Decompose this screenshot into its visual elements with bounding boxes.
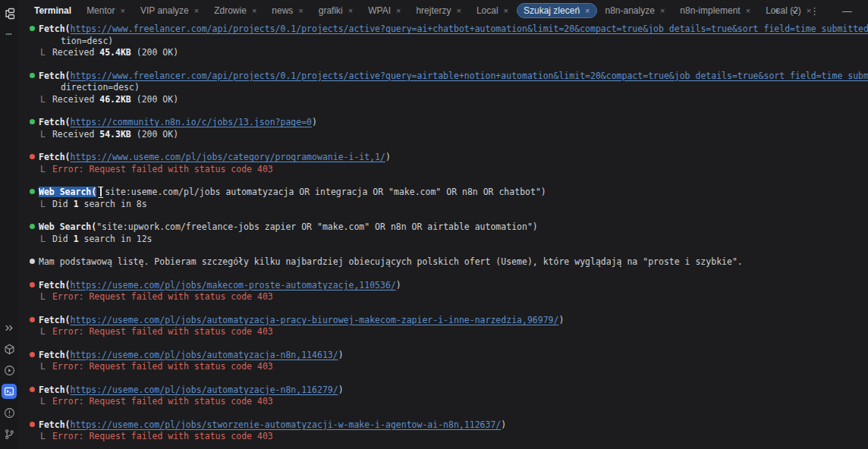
play-circle-icon[interactable] (2, 363, 17, 378)
status-dot (30, 224, 35, 229)
log-text: 1 (74, 234, 79, 244)
log-text: (200 OK) (131, 94, 178, 105)
alert-circle-icon[interactable] (2, 405, 17, 420)
workflow-icon[interactable] (2, 6, 17, 21)
chevrons-right-icon[interactable] (2, 320, 17, 335)
log-text: Fetch( (39, 419, 71, 430)
log-text: (200 OK) (131, 47, 178, 58)
log-line: Fetch(https://useme.com/pl/jobs/automaty… (18, 350, 868, 362)
kebab-menu-icon[interactable]: ⋮ (804, 5, 825, 17)
sub-result-prefix: L (40, 94, 46, 105)
log-line: tion=desc) (18, 36, 868, 48)
log-line: LError: Request failed with status code … (18, 326, 868, 338)
more-icon[interactable]: ⋯ (2, 26, 17, 41)
git-branch-icon[interactable] (2, 426, 17, 441)
activity-rail: ⋯ (0, 0, 18, 449)
log-text: Fetch( (39, 350, 71, 360)
log-text: site:useme.com/pl/jobs automatyzacja OR … (105, 187, 546, 197)
tab-n8n-implement[interactable]: n8n-implement× (673, 3, 757, 18)
log-text: Error: Request failed with status code 4… (52, 291, 273, 302)
log-text: Error: Request failed with status code 4… (52, 431, 273, 441)
close-icon[interactable]: × (396, 7, 401, 15)
log-link[interactable]: https://useme.com/pl/jobs/makecom-proste… (71, 280, 396, 290)
log-text: Did (52, 234, 74, 244)
log-text: 45.4KB (99, 47, 131, 58)
minimize-icon[interactable]: — (837, 5, 857, 17)
tab-news[interactable]: news× (265, 3, 310, 18)
sub-result-prefix: L (40, 431, 46, 441)
close-icon[interactable]: × (504, 7, 508, 15)
tab-terminal[interactable]: Terminal (27, 3, 78, 18)
tab-label: grafiki (319, 5, 343, 16)
status-dot (30, 259, 35, 264)
tab-szukaj-zlece[interactable]: Szukaj zleceń× (517, 3, 596, 18)
tab-vip-analyze[interactable]: VIP analyze× (134, 3, 206, 18)
app-window: ⋯ TerminalMentor×VIP analyze×Zdrowie×new… (0, 0, 868, 449)
tab-wpai[interactable]: WPAI× (361, 3, 407, 18)
log-entry: Fetch(https://www.freelancer.com/api/pro… (18, 24, 868, 59)
log-text: Error: Request failed with status code 4… (52, 326, 273, 337)
log-link[interactable]: https://community.n8n.io/c/jobs/13.json?… (71, 117, 313, 127)
close-icon[interactable]: × (252, 7, 256, 15)
add-tab-button[interactable]: + (769, 5, 785, 17)
sub-result-prefix: L (40, 47, 46, 58)
tab-label: Mentor (86, 5, 115, 16)
log-entry: Fetch(https://useme.com/pl/jobs/automaty… (18, 385, 868, 408)
status-dot (30, 317, 35, 322)
tab-hrejterzy[interactable]: hrejterzy× (409, 3, 467, 18)
close-icon[interactable]: × (120, 7, 124, 15)
status-dot (30, 73, 35, 78)
log-text: (200 OK) (131, 129, 178, 140)
log-link[interactable]: https://www.freelancer.com/api/projects/… (71, 24, 868, 34)
log-text: ) (396, 280, 401, 290)
chevron-down-icon[interactable] (785, 7, 804, 15)
log-link[interactable]: https://useme.com/pl/jobs/automatyzacje-… (71, 385, 338, 395)
log-text: 46.2KB (99, 94, 131, 105)
log-entry: Web Search(site:useme.com/pl/jobs automa… (18, 187, 868, 210)
log-entry: Fetch(https://useme.com/pl/jobs/automaty… (18, 350, 868, 373)
package-icon[interactable] (2, 341, 17, 356)
close-icon[interactable]: × (456, 7, 461, 15)
log-link[interactable]: https://useme.com/pl/jobs/automatyzacja-… (71, 315, 559, 325)
log-text: Fetch( (39, 24, 71, 34)
close-icon[interactable]: × (660, 7, 665, 15)
tab-label: Terminal (34, 5, 71, 16)
log-text: ) (385, 152, 391, 162)
log-link[interactable]: https://www.freelancer.com/api/projects/… (71, 71, 868, 81)
close-icon[interactable]: × (348, 7, 353, 15)
log-link[interactable]: https://useme.com/pl/jobs/stworzenie-aut… (71, 419, 502, 430)
close-icon[interactable]: × (746, 7, 750, 15)
log-entry: Web Search("site:upwork.com/freelance-jo… (18, 221, 868, 245)
log-line: LReceived 45.4KB (200 OK) (18, 47, 868, 59)
main-panel: TerminalMentor×VIP analyze×Zdrowie×news×… (18, 0, 868, 449)
tab-zdrowie[interactable]: Zdrowie× (207, 3, 263, 18)
tab-local[interactable]: Local× (470, 3, 515, 18)
sub-result-prefix: L (40, 199, 46, 209)
log-text: 54.3KB (99, 129, 131, 140)
status-dot (30, 352, 35, 357)
log-link[interactable]: https://www.useme.com/pl/jobs/category/p… (71, 152, 385, 162)
tab-mentor[interactable]: Mentor× (80, 3, 132, 18)
sub-result-prefix: L (40, 396, 46, 407)
tab-grafiki[interactable]: grafiki× (312, 3, 360, 18)
terminal-log: Fetch(https://www.freelancer.com/api/pro… (18, 21, 868, 449)
tab-bar: TerminalMentor×VIP analyze×Zdrowie×news×… (18, 0, 868, 21)
log-text: Fetch( (39, 385, 71, 395)
log-text: Received (52, 94, 99, 105)
tab-label: WPAI (368, 5, 391, 16)
log-text: Web Search( (39, 187, 96, 197)
tab-n8n-analyze[interactable]: n8n-analyze× (599, 3, 672, 18)
tab-label: hrejterzy (416, 5, 451, 16)
log-link[interactable]: https://useme.com/pl/jobs/automatyzacja-… (71, 350, 338, 360)
close-icon[interactable]: × (585, 7, 590, 15)
log-text: Error: Request failed with status code 4… (52, 361, 273, 372)
terminal-icon[interactable] (2, 384, 17, 399)
log-line: LError: Request failed with status code … (18, 361, 868, 373)
tab-label: VIP analyze (140, 5, 189, 16)
log-entry: Fetch(https://community.n8n.io/c/jobs/13… (18, 117, 868, 140)
log-line: Fetch(https://www.freelancer.com/api/pro… (18, 71, 868, 83)
log-text: ) (501, 419, 506, 430)
close-icon[interactable]: × (194, 7, 199, 15)
close-icon[interactable]: × (298, 7, 303, 15)
sub-result-prefix: L (40, 164, 46, 174)
